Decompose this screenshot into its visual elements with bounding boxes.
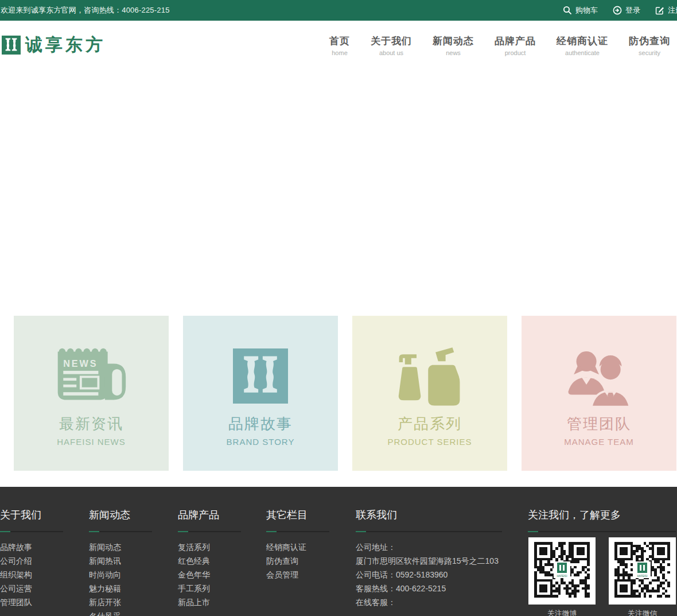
topbar-actions: 购物车 登录 注册 (563, 5, 677, 16)
card-manage-team[interactable]: 管理团队 MANAGE TEAM (522, 316, 676, 471)
card-subtitle: HAFEISI NEWS (57, 437, 126, 447)
footer-link[interactable]: 新店开张 (89, 595, 164, 609)
contact-phone: 公司电话：0592-5183960 (356, 568, 503, 582)
nav-home-label: 首页 (329, 34, 350, 48)
footer-link[interactable]: 复活系列 (178, 540, 252, 554)
divider (528, 531, 676, 532)
search-icon (563, 6, 572, 15)
topbar: 欢迎来到诚享东方官网，咨询热线：4006-225-215 购物车 登录 注册 (0, 0, 677, 21)
card-subtitle: PRODUCT SERIES (387, 437, 472, 447)
contact-address-label: 公司地址： (356, 540, 503, 554)
footer-col-other: 其它栏目 经销商认证 防伪查询 会员管理 (266, 487, 341, 582)
login-label: 登录 (625, 5, 640, 16)
login-icon (613, 6, 622, 15)
footer-link[interactable]: 公司运营 (0, 582, 75, 595)
site-footer: 关于我们 品牌故事 公司介绍 组织架构 公司运营 管理团队 新闻动态 新闻动态 … (0, 487, 677, 616)
card-brand-story[interactable]: 品牌故事 BRAND STORY (183, 316, 338, 471)
footer-link[interactable]: 时尚动向 (89, 568, 164, 582)
site-logo[interactable]: 诚享东方 (0, 33, 106, 57)
register-button[interactable]: 注册 (655, 5, 677, 16)
footer-link[interactable]: 管理团队 (0, 595, 75, 609)
card-latest-news[interactable]: NEWS 最新资讯 HAFEISI NEWS (14, 316, 169, 471)
wechat-qr-label: 关注微信 (609, 609, 676, 616)
feature-cards: NEWS 最新资讯 HAFEISI NEWS (0, 316, 677, 487)
footer-col-title: 关注我们，了解更多 (528, 508, 677, 522)
divider (0, 531, 63, 532)
card-subtitle: BRAND STORY (227, 437, 295, 447)
footer-col-news: 新闻动态 新闻动态 新闻热讯 时尚动向 魅力秘籍 新店开张 名仕风采 (89, 487, 164, 616)
footer-link[interactable]: 经销商认证 (266, 540, 341, 554)
nav-product[interactable]: 品牌产品 product (495, 34, 536, 56)
nav-home[interactable]: 首页 home (329, 34, 350, 56)
footer-col-follow: 关注我们，了解更多 (528, 487, 677, 532)
footer-link[interactable]: 红色经典 (178, 554, 252, 568)
nav-product-label: 品牌产品 (495, 34, 536, 48)
footer-link[interactable]: 品牌故事 (0, 540, 75, 554)
nav-authenticate[interactable]: 经销商认证 authenticate (557, 34, 608, 56)
card-subtitle: MANAGE TEAM (564, 437, 634, 447)
divider (356, 531, 502, 532)
footer-link[interactable]: 新闻热讯 (89, 554, 164, 568)
contact-online-service: 在线客服： (356, 595, 503, 609)
cart-button[interactable]: 购物车 (563, 5, 598, 16)
banner-slider (0, 69, 677, 316)
svg-text:HAFEISI: HAFEISI (637, 575, 648, 578)
weibo-qr-label: 关注微博 (528, 609, 596, 616)
wechat-qr-code: HAFEISI (609, 537, 676, 605)
nav-news-sublabel: news (433, 49, 474, 56)
footer-link[interactable]: 防伪查询 (266, 554, 341, 568)
nav-news[interactable]: 新闻动态 news (433, 34, 474, 56)
footer-col-products: 品牌产品 复活系列 红色经典 金色年华 手工系列 新品上市 (178, 487, 252, 609)
footer-col-title: 联系我们 (356, 508, 503, 522)
footer-link[interactable]: 金色年华 (178, 568, 252, 582)
card-title: 品牌故事 (228, 414, 293, 434)
register-icon (655, 6, 664, 15)
nav-authenticate-label: 经销商认证 (557, 34, 608, 48)
footer-link[interactable]: 魅力秘籍 (89, 582, 164, 595)
contact-hotline: 客服热线：400-622-5215 (356, 582, 503, 595)
footer-col-title: 品牌产品 (178, 508, 252, 522)
main-nav: 首页 home 关于我们 about us 新闻动态 news 品牌产品 pro… (329, 34, 677, 56)
nav-security[interactable]: 防伪查询 security (629, 34, 670, 56)
nav-authenticate-sublabel: authenticate (557, 49, 608, 56)
newspaper-icon: NEWS (50, 346, 133, 406)
welcome-text: 欢迎来到诚享东方官网，咨询热线：4006-225-215 (0, 5, 170, 16)
nav-security-label: 防伪查询 (629, 34, 670, 48)
footer-col-about: 关于我们 品牌故事 公司介绍 组织架构 公司运营 管理团队 (0, 487, 75, 609)
login-button[interactable]: 登录 (613, 5, 640, 16)
svg-text:HAFEISI: HAFEISI (557, 575, 567, 578)
footer-link[interactable]: 新闻动态 (89, 540, 164, 554)
nav-home-sublabel: home (329, 49, 350, 56)
divider (89, 531, 152, 532)
nav-about-sublabel: about us (371, 49, 412, 56)
nav-about-label: 关于我们 (371, 34, 412, 48)
footer-link[interactable]: 名仕风采 (89, 609, 164, 616)
card-title: 产品系列 (398, 414, 462, 434)
footer-link[interactable]: 公司介绍 (0, 554, 75, 568)
footer-col-title: 新闻动态 (89, 508, 164, 522)
brand-logo-icon (233, 346, 288, 406)
site-header: 诚享东方 首页 home 关于我们 about us 新闻动态 news 品牌产… (0, 21, 677, 69)
footer-link[interactable]: 新品上市 (178, 595, 252, 609)
nav-about[interactable]: 关于我们 about us (371, 34, 412, 56)
footer-link[interactable]: 手工系列 (178, 582, 252, 595)
footer-link[interactable]: 会员管理 (266, 568, 341, 582)
footer-link[interactable]: 组织架构 (0, 568, 75, 582)
divider (266, 531, 329, 532)
logo-text: 诚享东方 (25, 33, 106, 57)
card-product-series[interactable]: 产品系列 PRODUCT SERIES (352, 316, 507, 471)
weibo-qr-code: HAFEISI (528, 537, 596, 605)
card-title: 最新资讯 (59, 414, 123, 434)
nav-product-sublabel: product (495, 49, 536, 56)
footer-col-title: 关于我们 (0, 508, 75, 522)
contact-address-value: 厦门市思明区软件园望海路15号之二103 (356, 554, 503, 568)
card-title: 管理团队 (567, 414, 631, 434)
nav-security-sublabel: security (629, 49, 670, 56)
divider (178, 531, 241, 532)
bottles-icon (390, 346, 469, 406)
svg-text:NEWS: NEWS (63, 358, 98, 369)
footer-col-contact: 联系我们 公司地址： 厦门市思明区软件园望海路15号之二103 公司电话：059… (356, 487, 503, 609)
nav-news-label: 新闻动态 (433, 34, 474, 48)
register-label: 注册 (668, 5, 677, 16)
logo-mark-icon (2, 36, 21, 55)
